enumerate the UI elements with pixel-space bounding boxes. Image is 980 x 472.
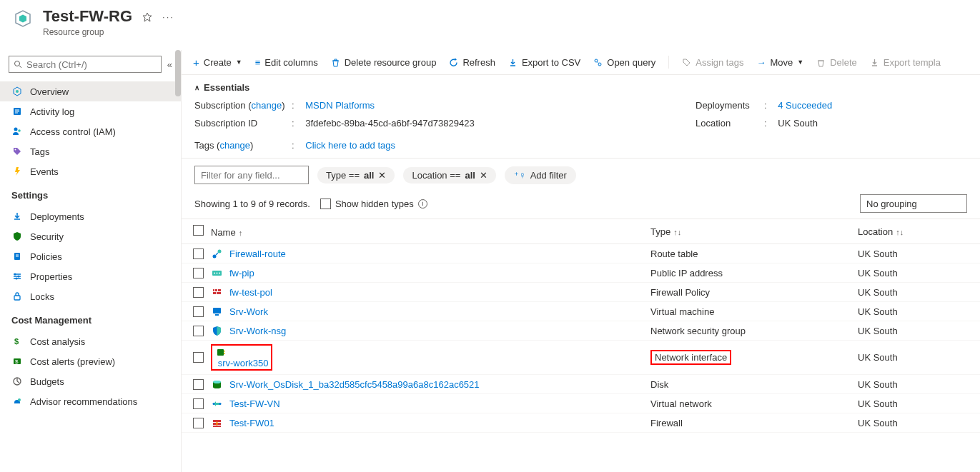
nav-label: Cost analysis [30, 336, 85, 347]
pin-icon[interactable] [142, 12, 152, 22]
grouping-dropdown[interactable]: No grouping [860, 194, 967, 213]
nav-advisor[interactable]: Advisor recommendations [0, 391, 181, 411]
type-filter-pill[interactable]: Type == all✕ [317, 167, 395, 184]
add-filter-button[interactable]: ⁺♀Add filter [505, 166, 576, 184]
change-tags-link[interactable]: change [219, 140, 250, 151]
resource-type: Virtual network [639, 394, 846, 413]
nav-overview[interactable]: Overview [0, 81, 181, 101]
nav-locks[interactable]: Locks [0, 286, 181, 306]
row-checkbox[interactable] [193, 248, 204, 259]
tags-icon [11, 146, 23, 157]
info-icon[interactable]: i [418, 199, 427, 209]
search-input[interactable] [26, 59, 157, 70]
subscription-link[interactable]: MSDN Platforms [305, 100, 375, 111]
nav-security[interactable]: Security [0, 226, 181, 246]
row-checkbox[interactable] [193, 268, 204, 278]
security-icon [11, 231, 23, 242]
refresh-button[interactable]: Refresh [449, 57, 495, 68]
nav-activity-log[interactable]: Activity log [0, 101, 181, 121]
resource-link[interactable]: Test-FW-VN [229, 398, 280, 409]
resource-link[interactable]: srv-work350 [218, 358, 269, 368]
nav-tags[interactable]: Tags [0, 141, 181, 161]
essentials-toggle[interactable]: ∧Essentials [194, 82, 967, 93]
nav-deployments[interactable]: Deployments [0, 206, 181, 226]
row-checkbox[interactable] [193, 398, 204, 409]
col-location[interactable]: Location↑↓ [846, 219, 980, 244]
collapse-sidebar-icon[interactable]: « [167, 59, 172, 70]
col-name[interactable]: Name↑ [182, 219, 639, 244]
more-icon[interactable]: ··· [162, 11, 174, 22]
row-checkbox[interactable] [193, 379, 204, 390]
create-button[interactable]: +Create▼ [193, 56, 242, 69]
nav-label: Policies [30, 251, 62, 262]
nav-label: Activity log [30, 106, 74, 117]
resource-link[interactable]: Srv-Work [229, 306, 268, 317]
delete-button[interactable]: Delete [816, 57, 857, 68]
page-header: Test-FW-RG Resource group ··· [0, 0, 980, 50]
nav-cost-alerts[interactable]: $Cost alerts (preview) [0, 351, 181, 371]
nav-label: Tags [30, 146, 49, 157]
open-query-button[interactable]: Open query [593, 57, 655, 68]
tag-icon [682, 58, 691, 67]
nav-access-control[interactable]: Access control (IAM) [0, 121, 181, 141]
deployments-link[interactable]: 4 Succeeded [778, 100, 832, 111]
resource-icon [211, 398, 222, 409]
chevron-up-icon: ∧ [194, 84, 199, 91]
export-csv-button[interactable]: Export to CSV [508, 57, 580, 68]
nav-policies[interactable]: Policies [0, 246, 181, 266]
search-input-wrapper[interactable] [9, 56, 162, 73]
resource-icon [211, 286, 222, 298]
nav-budgets[interactable]: Budgets [0, 371, 181, 391]
svg-point-27 [217, 249, 221, 253]
resource-link[interactable]: Firewall-route [229, 248, 286, 259]
deployments-icon [11, 211, 23, 222]
change-subscription-link[interactable]: change [251, 100, 282, 111]
resource-icon [211, 267, 222, 278]
nav-events[interactable]: Events [0, 161, 181, 181]
resource-location: UK South [846, 413, 980, 433]
resource-location: UK South [846, 283, 980, 302]
nav-properties[interactable]: Properties [0, 266, 181, 286]
filter-input[interactable] [194, 166, 309, 184]
events-icon [11, 166, 23, 177]
row-checkbox[interactable] [193, 287, 204, 298]
resource-link[interactable]: Srv-Work-nsg [229, 326, 286, 336]
resource-link[interactable]: Srv-Work_OsDisk_1_ba32d585cfc5458a99a6a8… [229, 379, 480, 390]
row-checkbox[interactable] [193, 418, 204, 428]
table-row: Test-FW01FirewallUK South [182, 413, 980, 433]
resource-link[interactable]: fw-pip [229, 268, 254, 278]
nav-label: Budgets [30, 376, 64, 387]
svg-point-30 [214, 272, 215, 273]
svg-point-2 [16, 90, 19, 93]
add-tags-link[interactable]: Click here to add tags [305, 140, 395, 151]
col-type[interactable]: Type↑↓ [639, 219, 846, 244]
nav-label: Advisor recommendations [30, 396, 137, 407]
svg-rect-40 [217, 349, 224, 356]
resource-location: UK South [846, 263, 980, 283]
resource-type: Disk [639, 375, 846, 394]
svg-rect-33 [213, 289, 221, 291]
nav-cost-analysis[interactable]: $Cost analysis [0, 331, 181, 351]
resource-location: UK South [846, 375, 980, 394]
table-row: Srv-Work-nsgNetwork security groupUK Sou… [182, 321, 980, 341]
resource-location: UK South [846, 394, 980, 413]
show-hidden-checkbox[interactable]: Show hidden typesi [320, 199, 427, 209]
resource-group-icon [11, 7, 34, 30]
move-button[interactable]: →Move▼ [756, 57, 803, 68]
location-filter-pill[interactable]: Location == all✕ [403, 167, 495, 184]
assign-tags-button[interactable]: Assign tags [682, 57, 743, 68]
resource-link[interactable]: fw-test-pol [229, 287, 272, 298]
delete-rg-button[interactable]: Delete resource group [331, 57, 437, 68]
row-checkbox[interactable] [193, 352, 204, 363]
nav-label: Security [30, 231, 64, 242]
scrollbar[interactable] [175, 50, 181, 96]
export-template-button[interactable]: Export templa [870, 57, 941, 68]
cost-heading: Cost Management [0, 309, 181, 328]
close-icon[interactable]: ✕ [480, 170, 487, 181]
row-checkbox[interactable] [193, 326, 204, 336]
resource-location: UK South [846, 244, 980, 263]
resource-link[interactable]: Test-FW01 [229, 418, 274, 428]
close-icon[interactable]: ✕ [378, 170, 386, 181]
row-checkbox[interactable] [193, 306, 204, 317]
edit-columns-button[interactable]: ≡Edit columns [255, 57, 318, 68]
